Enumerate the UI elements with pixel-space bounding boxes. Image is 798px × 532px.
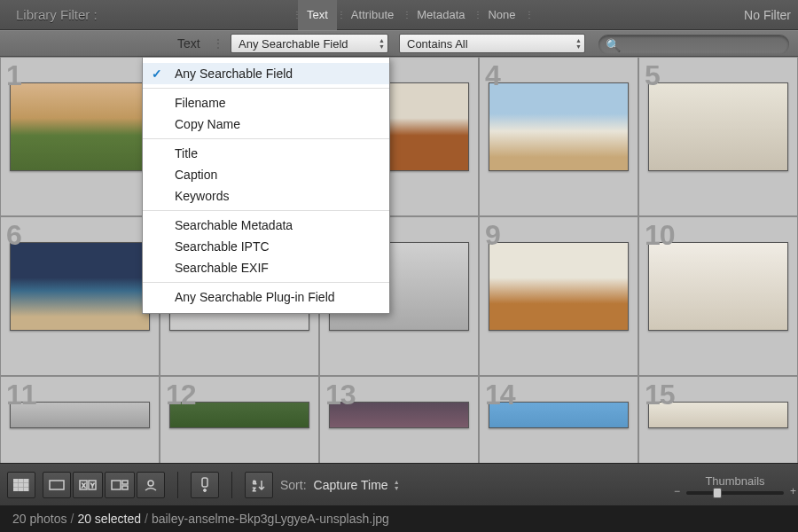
menu-item-any-searchable-field[interactable]: ✓Any Searchable Field [143, 63, 389, 84]
photo-count: 20 photos [12, 512, 67, 526]
grid-cell[interactable]: 15 [638, 376, 798, 463]
minus-icon: − [674, 485, 680, 497]
search-field-menu: ✓Any Searchable Field Filename Copy Name… [142, 57, 390, 314]
menu-separator [143, 88, 389, 89]
selected-count: 20 selected [77, 512, 141, 526]
cell-number: 1 [6, 59, 21, 92]
svg-rect-14 [112, 481, 121, 489]
compare-view-button[interactable]: XY [73, 472, 103, 498]
grid-cell[interactable]: 4 [479, 57, 638, 216]
svg-rect-4 [19, 483, 23, 487]
control-divider [213, 37, 223, 50]
thumbnail-grid: 1 2 3 4 5 6 7 8 9 10 11 12 13 14 15 [0, 57, 798, 463]
painter-tool-button[interactable] [191, 472, 219, 498]
svg-text:Y: Y [90, 482, 95, 489]
filter-preset-label[interactable]: No Filter [744, 8, 798, 22]
menu-item-filename[interactable]: Filename [143, 92, 389, 113]
svg-rect-2 [24, 479, 28, 482]
svg-rect-6 [13, 488, 18, 491]
svg-text:z: z [253, 486, 256, 492]
menu-separator [143, 282, 389, 283]
svg-point-17 [148, 481, 153, 486]
menu-item-plugin-field[interactable]: Any Searchable Plug-in Field [143, 286, 389, 308]
thumbnail-size-slider[interactable]: − + [686, 491, 784, 495]
menu-item-keywords[interactable]: Keywords [143, 185, 389, 207]
sort-direction-button[interactable]: az [245, 472, 273, 498]
menu-separator [143, 138, 389, 139]
stepper-arrows-icon: ▲▼ [394, 479, 400, 491]
grid-cell[interactable]: 11 [0, 376, 160, 463]
svg-text:X: X [82, 482, 86, 489]
toolbar-separator [177, 472, 178, 498]
text-label: Text [177, 36, 200, 51]
menu-item-copy-name[interactable]: Copy Name [143, 113, 389, 135]
cell-number: 12 [166, 379, 196, 411]
text-filter-controls: Text Any Searchable Field ▲▼ Contains Al… [0, 30, 798, 57]
cell-number: 5 [645, 59, 660, 92]
status-separator: / [71, 512, 74, 526]
cell-number: 4 [485, 59, 500, 92]
menu-item-searchable-iptc[interactable]: Searchable IPTC [143, 236, 389, 257]
loupe-view-button[interactable] [43, 472, 71, 498]
menu-item-searchable-metadata[interactable]: Searchable Metadata [143, 215, 389, 236]
tab-none[interactable]: None [479, 0, 524, 30]
svg-rect-5 [24, 483, 28, 487]
bottom-toolbar: XY az Sort: Capture Time ▲▼ Thumbnails −… [0, 463, 798, 505]
grid-cell[interactable]: 1 [0, 57, 160, 216]
filter-tabs: Text Attribute Metadata None [293, 0, 530, 30]
menu-item-caption[interactable]: Caption [143, 164, 389, 185]
thumbnail[interactable] [489, 242, 629, 331]
grid-cell[interactable]: 12 [160, 376, 319, 463]
tab-text[interactable]: Text [298, 0, 337, 30]
toolbar-separator [231, 472, 232, 498]
svg-rect-18 [202, 478, 207, 487]
people-view-button[interactable] [137, 472, 165, 498]
svg-point-19 [204, 489, 207, 491]
grid-cell[interactable]: 10 [638, 216, 798, 376]
svg-rect-16 [122, 486, 128, 489]
tab-attribute[interactable]: Attribute [342, 0, 403, 30]
tab-divider [525, 6, 530, 24]
svg-rect-9 [50, 481, 64, 489]
status-separator: / [145, 512, 148, 526]
grid-cell[interactable]: 5 [638, 57, 798, 216]
grid-cell[interactable]: 14 [479, 376, 638, 463]
sort-label: Sort: [280, 478, 307, 492]
thumbnail[interactable] [10, 82, 150, 171]
grid-cell[interactable]: 6 [0, 216, 160, 376]
stepper-arrows-icon: ▲▼ [575, 37, 582, 50]
cell-number: 6 [6, 219, 21, 252]
svg-rect-0 [13, 479, 18, 482]
menu-item-searchable-exif[interactable]: Searchable EXIF [143, 257, 389, 278]
search-input[interactable]: 🔍 [598, 35, 789, 54]
search-field-dropdown[interactable]: Any Searchable Field ▲▼ [231, 34, 388, 53]
grid-cell[interactable]: 13 [319, 376, 479, 463]
search-rule-dropdown[interactable]: Contains All ▲▼ [399, 34, 585, 53]
library-filter-label: Library Filter : [0, 7, 113, 22]
thumbnail-size-block: Thumbnails − + [686, 474, 791, 495]
sort-field-dropdown[interactable]: Capture Time ▲▼ [314, 478, 400, 492]
svg-text:a: a [253, 479, 256, 485]
thumbnail[interactable] [489, 82, 629, 171]
sort-field-value: Capture Time [314, 478, 388, 492]
current-filename: bailey-anselme-Bkp3gLygyeA-unsplash.jpg [152, 512, 389, 526]
survey-view-button[interactable] [105, 472, 135, 498]
stepper-arrows-icon: ▲▼ [379, 37, 385, 50]
plus-icon: + [790, 485, 796, 497]
menu-item-title[interactable]: Title [143, 143, 389, 164]
cell-number: 13 [325, 379, 356, 411]
thumbnail[interactable] [648, 82, 788, 171]
check-icon: ✓ [152, 66, 162, 81]
thumbnails-label: Thumbnails [705, 474, 764, 488]
grid-cell[interactable]: 9 [479, 216, 638, 376]
tab-metadata[interactable]: Metadata [408, 0, 473, 30]
status-bar: 20 photos / 20 selected / bailey-anselme… [0, 505, 798, 532]
thumbnail[interactable] [10, 242, 150, 331]
grid-view-button[interactable] [7, 472, 35, 498]
cell-number: 14 [485, 379, 515, 411]
thumbnail[interactable] [648, 242, 788, 331]
slider-knob[interactable] [713, 488, 722, 498]
menu-separator [143, 210, 389, 211]
cell-number: 11 [6, 379, 36, 411]
library-filter-bar: Library Filter : Text Attribute Metadata… [0, 0, 798, 30]
